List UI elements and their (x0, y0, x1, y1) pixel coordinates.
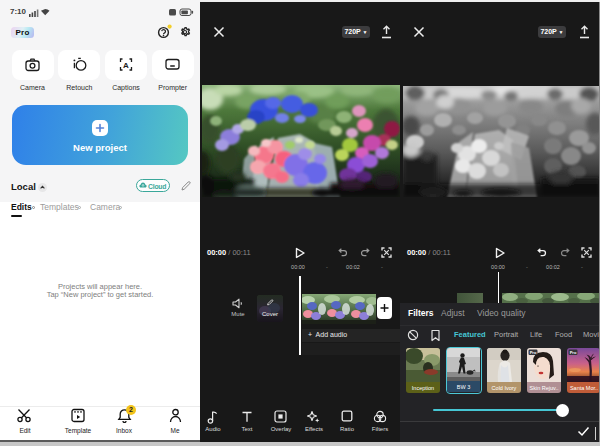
svg-text:Inception: Inception (412, 385, 434, 391)
svg-text:Cold Ivory: Cold Ivory (492, 385, 517, 391)
svg-text:A: A (123, 61, 129, 70)
svg-text:Santa Mor..: Santa Mor.. (570, 385, 599, 391)
svg-text:Skin Rejuv..: Skin Rejuv.. (530, 385, 559, 391)
svg-text:Cover: Cover (262, 311, 278, 317)
svg-text:Pro: Pro (570, 350, 577, 355)
svg-text:Pro: Pro (530, 350, 537, 355)
svg-text:BW 3: BW 3 (457, 384, 470, 390)
